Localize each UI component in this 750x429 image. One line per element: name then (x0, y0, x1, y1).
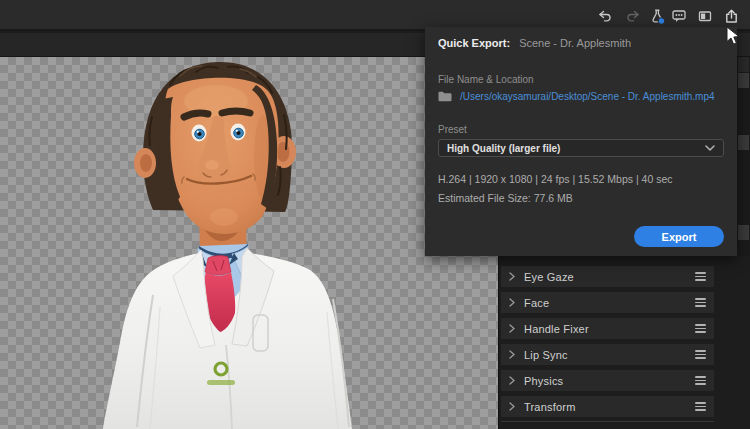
chevron-right-icon[interactable] (509, 298, 515, 307)
behavior-row-physics[interactable]: Physics (501, 370, 714, 391)
behavior-row-eye-gaze[interactable]: Eye Gaze (501, 266, 714, 287)
preset-label: Preset (438, 124, 467, 135)
file-path-row[interactable]: /Users/okaysamurai/Desktop/Scene - Dr. A… (438, 91, 715, 102)
behavior-label: Handle Fixer (524, 323, 695, 335)
character-dr-applesmith[interactable] (0, 57, 498, 429)
export-specs: H.264 | 1920 x 1080 | 24 fps | 15.52 Mbp… (438, 173, 672, 185)
chevron-right-icon[interactable] (509, 350, 515, 359)
behavior-label: Lip Sync (524, 349, 695, 361)
beaker-icon[interactable] (648, 7, 666, 25)
popup-title-row: Quick Export: Scene - Dr. Applesmith (438, 37, 631, 49)
scene-name: Scene - Dr. Applesmith (519, 37, 631, 49)
menu-icon[interactable] (695, 402, 706, 411)
behavior-label: Transform (524, 401, 695, 413)
estimated-file-size: Estimated File Size: 77.6 MB (438, 192, 573, 204)
chevron-right-icon[interactable] (509, 376, 515, 385)
right-edge-panel-fragments (737, 57, 750, 256)
file-path-link[interactable]: /Users/okaysamurai/Desktop/Scene - Dr. A… (460, 91, 715, 102)
export-button[interactable]: Export (634, 226, 724, 247)
file-name-location-label: File Name & Location (438, 74, 534, 85)
chevron-right-icon[interactable] (509, 402, 515, 411)
chevron-right-icon[interactable] (509, 324, 515, 333)
popup-title: Quick Export: (438, 37, 510, 49)
preset-value: High Quality (larger file) (447, 143, 705, 154)
character-animator-app: Eye Gaze Face Handle Fixer Lip Sync Phys… (0, 0, 750, 429)
list-separator (501, 421, 714, 422)
undo-icon[interactable] (596, 7, 614, 25)
behavior-row-lip-sync[interactable]: Lip Sync (501, 344, 714, 365)
menu-icon[interactable] (695, 298, 706, 307)
chevron-down-icon (705, 145, 715, 151)
scene-viewport (0, 57, 498, 429)
behavior-label: Eye Gaze (524, 271, 695, 283)
panel-view-icon[interactable] (696, 7, 714, 25)
menu-icon[interactable] (695, 376, 706, 385)
export-share-icon[interactable] (722, 7, 740, 25)
chevron-right-icon[interactable] (509, 272, 515, 281)
menu-icon[interactable] (695, 272, 706, 281)
menu-icon[interactable] (695, 324, 706, 333)
preset-dropdown[interactable]: High Quality (larger file) (438, 139, 724, 157)
redo-icon[interactable] (624, 7, 642, 25)
behavior-row-handle-fixer[interactable]: Handle Fixer (501, 318, 714, 339)
behavior-label: Face (524, 297, 695, 309)
quick-export-popup: Quick Export: Scene - Dr. Applesmith Fil… (425, 27, 737, 256)
behavior-label: Physics (524, 375, 695, 387)
behavior-row-transform[interactable]: Transform (501, 396, 714, 417)
behavior-row-face[interactable]: Face (501, 292, 714, 313)
menu-icon[interactable] (695, 350, 706, 359)
folder-icon (438, 91, 452, 102)
comments-icon[interactable] (670, 7, 688, 25)
